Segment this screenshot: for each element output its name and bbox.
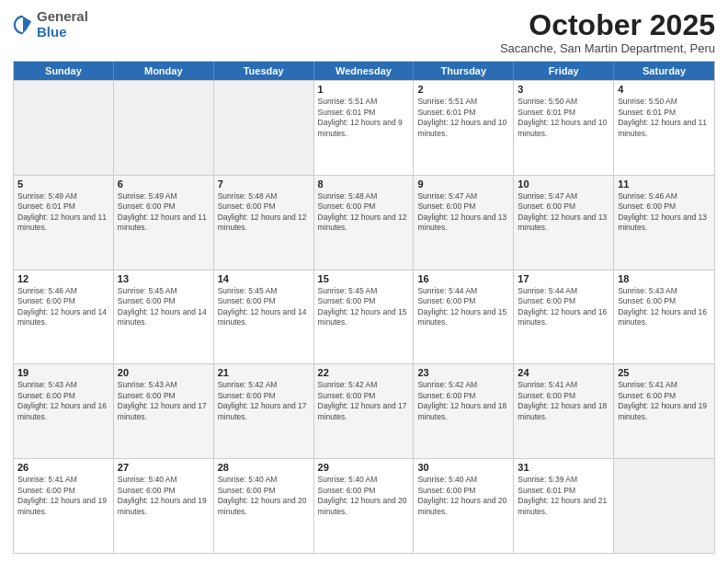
day-cell-13: 13Sunrise: 5:45 AM Sunset: 6:00 PM Dayli… [114, 270, 214, 364]
day-number: 1 [318, 84, 410, 95]
empty-cell [114, 81, 214, 175]
day-cell-1: 1Sunrise: 5:51 AM Sunset: 6:01 PM Daylig… [314, 81, 415, 175]
day-number: 7 [218, 178, 310, 190]
empty-cell [214, 81, 314, 175]
day-info: Sunrise: 5:42 AM Sunset: 6:00 PM Dayligh… [218, 380, 310, 422]
day-number: 6 [118, 178, 210, 190]
day-info: Sunrise: 5:47 AM Sunset: 6:00 PM Dayligh… [518, 191, 609, 234]
day-number: 21 [218, 367, 310, 378]
day-number: 14 [218, 273, 310, 284]
header-day-thursday: Thursday [414, 62, 514, 80]
day-cell-20: 20Sunrise: 5:43 AM Sunset: 6:00 PM Dayli… [114, 364, 214, 458]
day-info: Sunrise: 5:49 AM Sunset: 6:01 PM Dayligh… [17, 191, 109, 234]
day-info: Sunrise: 5:44 AM Sunset: 6:00 PM Dayligh… [417, 286, 509, 328]
header-day-wednesday: Wednesday [314, 62, 415, 80]
day-cell-12: 12Sunrise: 5:46 AM Sunset: 6:00 PM Dayli… [14, 270, 114, 364]
day-info: Sunrise: 5:40 AM Sunset: 6:00 PM Dayligh… [118, 475, 210, 517]
day-info: Sunrise: 5:49 AM Sunset: 6:00 PM Dayligh… [118, 191, 210, 234]
day-info: Sunrise: 5:41 AM Sunset: 6:00 PM Dayligh… [518, 380, 609, 422]
day-cell-30: 30Sunrise: 5:40 AM Sunset: 6:00 PM Dayli… [414, 459, 514, 553]
day-cell-18: 18Sunrise: 5:43 AM Sunset: 6:00 PM Dayli… [614, 270, 714, 364]
logo-text: General Blue [37, 9, 88, 40]
day-cell-2: 2Sunrise: 5:51 AM Sunset: 6:01 PM Daylig… [414, 81, 514, 175]
title-block: October 2025 Sacanche, San Martin Depart… [500, 9, 715, 55]
day-cell-26: 26Sunrise: 5:41 AM Sunset: 6:00 PM Dayli… [14, 459, 114, 553]
empty-cell [14, 81, 114, 175]
day-cell-22: 22Sunrise: 5:42 AM Sunset: 6:00 PM Dayli… [314, 364, 415, 458]
month-title: October 2025 [500, 9, 715, 41]
day-cell-3: 3Sunrise: 5:50 AM Sunset: 6:01 PM Daylig… [514, 81, 614, 175]
day-cell-27: 27Sunrise: 5:40 AM Sunset: 6:00 PM Dayli… [114, 459, 214, 553]
day-info: Sunrise: 5:46 AM Sunset: 6:00 PM Dayligh… [17, 286, 109, 328]
day-info: Sunrise: 5:42 AM Sunset: 6:00 PM Dayligh… [417, 380, 509, 422]
day-info: Sunrise: 5:40 AM Sunset: 6:00 PM Dayligh… [318, 475, 410, 517]
logo-blue: Blue [37, 25, 88, 40]
day-info: Sunrise: 5:51 AM Sunset: 6:01 PM Dayligh… [318, 97, 410, 139]
day-number: 3 [518, 84, 609, 95]
day-cell-15: 15Sunrise: 5:45 AM Sunset: 6:00 PM Dayli… [314, 270, 415, 364]
day-cell-10: 10Sunrise: 5:47 AM Sunset: 6:00 PM Dayli… [514, 176, 614, 270]
day-info: Sunrise: 5:43 AM Sunset: 6:00 PM Dayligh… [118, 380, 210, 422]
day-number: 5 [17, 178, 109, 190]
day-cell-17: 17Sunrise: 5:44 AM Sunset: 6:00 PM Dayli… [514, 270, 614, 364]
day-info: Sunrise: 5:48 AM Sunset: 6:00 PM Dayligh… [318, 191, 410, 234]
calendar-row-3: 12Sunrise: 5:46 AM Sunset: 6:00 PM Dayli… [14, 270, 714, 364]
day-cell-8: 8Sunrise: 5:48 AM Sunset: 6:00 PM Daylig… [314, 176, 415, 270]
day-info: Sunrise: 5:45 AM Sunset: 6:00 PM Dayligh… [218, 286, 310, 328]
logo: General Blue [13, 9, 88, 40]
day-cell-28: 28Sunrise: 5:40 AM Sunset: 6:00 PM Dayli… [214, 459, 314, 553]
location: Sacanche, San Martin Department, Peru [500, 41, 715, 55]
day-info: Sunrise: 5:43 AM Sunset: 6:00 PM Dayligh… [618, 286, 711, 328]
day-info: Sunrise: 5:51 AM Sunset: 6:01 PM Dayligh… [417, 97, 509, 139]
header-day-saturday: Saturday [614, 62, 714, 80]
header-day-sunday: Sunday [14, 62, 114, 80]
calendar-header: SundayMondayTuesdayWednesdayThursdayFrid… [14, 62, 714, 80]
day-info: Sunrise: 5:45 AM Sunset: 6:00 PM Dayligh… [318, 286, 410, 328]
day-number: 12 [17, 273, 109, 284]
day-number: 11 [618, 178, 711, 190]
day-number: 15 [318, 273, 410, 284]
day-info: Sunrise: 5:48 AM Sunset: 6:00 PM Dayligh… [218, 191, 310, 234]
logo-general: General [37, 9, 88, 25]
day-number: 29 [318, 462, 410, 473]
day-info: Sunrise: 5:39 AM Sunset: 6:01 PM Dayligh… [518, 475, 609, 517]
day-number: 30 [417, 462, 509, 473]
day-info: Sunrise: 5:41 AM Sunset: 6:00 PM Dayligh… [618, 380, 711, 422]
day-number: 4 [618, 84, 711, 95]
day-cell-19: 19Sunrise: 5:43 AM Sunset: 6:00 PM Dayli… [14, 364, 114, 458]
calendar-row-4: 19Sunrise: 5:43 AM Sunset: 6:00 PM Dayli… [14, 363, 714, 458]
calendar: SundayMondayTuesdayWednesdayThursdayFrid… [13, 61, 715, 554]
day-cell-25: 25Sunrise: 5:41 AM Sunset: 6:00 PM Dayli… [614, 364, 714, 458]
day-number: 27 [118, 462, 210, 473]
day-cell-11: 11Sunrise: 5:46 AM Sunset: 6:00 PM Dayli… [614, 176, 714, 270]
day-number: 9 [417, 178, 509, 190]
calendar-row-1: 1Sunrise: 5:51 AM Sunset: 6:01 PM Daylig… [14, 80, 714, 175]
day-number: 18 [618, 273, 711, 284]
day-number: 22 [318, 367, 410, 378]
day-number: 2 [417, 84, 509, 95]
day-cell-29: 29Sunrise: 5:40 AM Sunset: 6:00 PM Dayli… [314, 459, 415, 553]
day-number: 10 [518, 178, 609, 190]
day-info: Sunrise: 5:41 AM Sunset: 6:00 PM Dayligh… [17, 475, 109, 517]
day-cell-31: 31Sunrise: 5:39 AM Sunset: 6:01 PM Dayli… [514, 459, 614, 553]
day-cell-24: 24Sunrise: 5:41 AM Sunset: 6:00 PM Dayli… [514, 364, 614, 458]
page-header: General Blue October 2025 Sacanche, San … [13, 9, 715, 55]
day-number: 31 [518, 462, 609, 473]
day-number: 13 [118, 273, 210, 284]
day-info: Sunrise: 5:44 AM Sunset: 6:00 PM Dayligh… [518, 286, 609, 328]
header-day-tuesday: Tuesday [214, 62, 314, 80]
calendar-row-5: 26Sunrise: 5:41 AM Sunset: 6:00 PM Dayli… [14, 458, 714, 553]
day-cell-21: 21Sunrise: 5:42 AM Sunset: 6:00 PM Dayli… [214, 364, 314, 458]
day-cell-9: 9Sunrise: 5:47 AM Sunset: 6:00 PM Daylig… [414, 176, 514, 270]
day-info: Sunrise: 5:40 AM Sunset: 6:00 PM Dayligh… [417, 475, 509, 517]
day-cell-5: 5Sunrise: 5:49 AM Sunset: 6:01 PM Daylig… [14, 176, 114, 270]
calendar-row-2: 5Sunrise: 5:49 AM Sunset: 6:01 PM Daylig… [14, 175, 714, 270]
day-cell-14: 14Sunrise: 5:45 AM Sunset: 6:00 PM Dayli… [214, 270, 314, 364]
day-cell-6: 6Sunrise: 5:49 AM Sunset: 6:00 PM Daylig… [114, 176, 214, 270]
page-container: General Blue October 2025 Sacanche, San … [0, 0, 728, 563]
empty-cell [614, 459, 714, 553]
day-info: Sunrise: 5:46 AM Sunset: 6:00 PM Dayligh… [618, 191, 711, 234]
day-cell-4: 4Sunrise: 5:50 AM Sunset: 6:01 PM Daylig… [614, 81, 714, 175]
day-cell-16: 16Sunrise: 5:44 AM Sunset: 6:00 PM Dayli… [414, 270, 514, 364]
day-number: 28 [218, 462, 310, 473]
